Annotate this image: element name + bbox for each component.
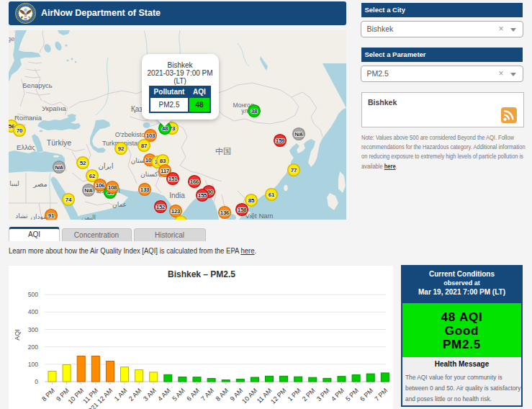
svg-text:0: 0 bbox=[35, 378, 38, 385]
svg-text:123: 123 bbox=[171, 208, 181, 215]
svg-text:5 AM: 5 AM bbox=[171, 387, 186, 403]
svg-text:155: 155 bbox=[198, 192, 207, 199]
svg-text:83: 83 bbox=[160, 158, 166, 164]
svg-text:106: 106 bbox=[96, 182, 105, 189]
svg-text:اليمن: اليمن bbox=[81, 214, 96, 220]
svg-text:117: 117 bbox=[161, 168, 170, 174]
svg-text:Ελλάς: Ελλάς bbox=[17, 143, 35, 151]
svg-text:7 PM: 7 PM bbox=[373, 387, 389, 403]
svg-text:6 AM: 6 AM bbox=[185, 387, 201, 403]
svg-text:85: 85 bbox=[248, 197, 255, 204]
svg-text:74: 74 bbox=[66, 197, 72, 203]
svg-text:91: 91 bbox=[48, 212, 55, 219]
svg-text:Việt Nam: Việt Nam bbox=[245, 212, 274, 220]
svg-text:3 AM: 3 AM bbox=[142, 387, 158, 403]
svg-text:8 PM: 8 PM bbox=[40, 387, 56, 403]
svg-text:62: 62 bbox=[89, 173, 96, 179]
svg-text:O'zbekiston: O'zbekiston bbox=[115, 131, 149, 138]
svg-text:133: 133 bbox=[140, 186, 150, 193]
svg-text:500: 500 bbox=[28, 291, 38, 298]
svg-text:400: 400 bbox=[28, 308, 38, 315]
svg-text:48: 48 bbox=[162, 125, 168, 132]
svg-text:10 PM: 10 PM bbox=[67, 387, 85, 405]
svg-text:52: 52 bbox=[80, 160, 86, 166]
svg-text:300: 300 bbox=[28, 326, 38, 333]
svg-text:12 PM: 12 PM bbox=[269, 387, 287, 405]
svg-text:India: India bbox=[169, 192, 185, 199]
svg-text:77: 77 bbox=[291, 167, 297, 174]
svg-text:108: 108 bbox=[108, 184, 117, 191]
svg-text:2 PM: 2 PM bbox=[301, 387, 317, 403]
svg-text:100: 100 bbox=[28, 361, 38, 368]
svg-text:4 AM: 4 AM bbox=[156, 387, 172, 403]
svg-text:103: 103 bbox=[146, 132, 155, 139]
svg-text:2 AM: 2 AM bbox=[127, 387, 143, 403]
svg-text:151: 151 bbox=[168, 176, 178, 182]
svg-text:ایران: ایران bbox=[98, 162, 113, 170]
svg-text:تشاد: تشاد bbox=[15, 212, 28, 220]
svg-text:158: 158 bbox=[238, 207, 247, 213]
svg-text:8 AM: 8 AM bbox=[215, 387, 230, 403]
svg-text:3 PM: 3 PM bbox=[315, 387, 331, 403]
svg-text:N/A: N/A bbox=[84, 188, 92, 193]
svg-text:136: 136 bbox=[220, 210, 230, 216]
svg-text:87: 87 bbox=[141, 143, 148, 149]
svg-text:7 AM: 7 AM bbox=[199, 387, 215, 403]
svg-text:N/A: N/A bbox=[55, 165, 63, 170]
svg-text:6 PM: 6 PM bbox=[359, 387, 374, 403]
svg-text:Беларусь: Беларусь bbox=[22, 81, 53, 89]
svg-text:Romania: Romania bbox=[14, 114, 42, 122]
svg-text:200: 200 bbox=[28, 343, 38, 351]
svg-text:1 PM: 1 PM bbox=[287, 387, 302, 403]
svg-text:152: 152 bbox=[156, 204, 166, 210]
svg-text:ليبيا: ليبيا bbox=[9, 180, 19, 187]
svg-text:38: 38 bbox=[251, 108, 258, 114]
svg-text:4 PM: 4 PM bbox=[330, 387, 346, 403]
svg-text:Türkiye: Türkiye bbox=[47, 138, 72, 147]
svg-text:70: 70 bbox=[17, 127, 23, 134]
svg-text:166: 166 bbox=[190, 179, 199, 185]
svg-text:中国: 中国 bbox=[215, 147, 231, 156]
svg-text:ge: ge bbox=[9, 35, 14, 42]
svg-text:Bishkek – PM2.5: Bishkek – PM2.5 bbox=[168, 269, 235, 279]
svg-text:5 PM: 5 PM bbox=[344, 387, 360, 403]
svg-text:مصر: مصر bbox=[32, 180, 48, 188]
svg-text:159: 159 bbox=[276, 138, 285, 144]
svg-text:1 AM: 1 AM bbox=[113, 387, 129, 403]
svg-text:Україна: Україна bbox=[42, 104, 66, 112]
svg-text:AQI: AQI bbox=[14, 329, 21, 341]
svg-text:92: 92 bbox=[118, 145, 125, 152]
svg-text:N/A: N/A bbox=[294, 132, 302, 137]
svg-text:عمان: عمان bbox=[112, 201, 127, 208]
svg-text:61: 61 bbox=[269, 192, 275, 198]
svg-text:10 AM: 10 AM bbox=[240, 387, 258, 405]
